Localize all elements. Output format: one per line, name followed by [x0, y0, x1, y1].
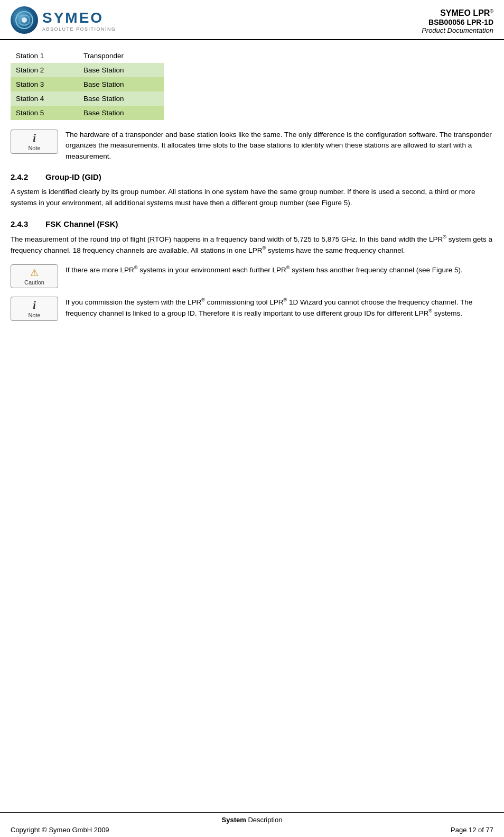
section-243-title: FSK Channel (FSK)	[45, 219, 118, 228]
note-label-1: Note	[28, 145, 40, 151]
station-type: Base Station	[78, 63, 164, 77]
station-name: Station 2	[11, 63, 78, 77]
section-243-number: 2.4.3	[11, 219, 37, 228]
station-name: Station 4	[11, 91, 78, 106]
note-icon-container-2: i Note	[11, 297, 58, 321]
note-box-1: i Note The hardware of a transponder and…	[11, 130, 493, 162]
section-243-heading: 2.4.3 FSK Channel (FSK)	[11, 219, 493, 228]
note-icon-container-1: i Note	[11, 130, 58, 154]
caution-icon: ⚠ Caution	[11, 264, 58, 288]
section-242-body: A system is identified clearly by its gr…	[11, 187, 493, 209]
caution-icon-container: ⚠ Caution	[11, 264, 58, 288]
footer-normal: Description	[246, 816, 283, 824]
note-symbol-2: i	[33, 299, 36, 311]
logo-circle-icon	[11, 6, 38, 34]
note-text-2: If you commission the system with the LP…	[66, 297, 493, 319]
station-type: Transponder	[78, 49, 164, 63]
caution-text-1: If there are more LPR® systems in your e…	[66, 264, 493, 275]
note-text-1: The hardware of a transponder and base s…	[66, 130, 493, 162]
station-name: Station 5	[11, 106, 78, 120]
logo-text: SYMEO	[42, 10, 116, 26]
content-area: Station 1 Transponder Station 2 Base Sta…	[0, 40, 504, 372]
footer-center: System Description	[11, 816, 493, 824]
caution-symbol-icon: ⚠	[30, 267, 39, 279]
table-row: Station 4 Base Station	[11, 91, 164, 106]
section-242-title: Group-ID (GID)	[45, 172, 101, 181]
note-icon-1: i Note	[11, 130, 58, 154]
note-box-2: i Note If you commission the system with…	[11, 297, 493, 321]
note-label-2: Note	[28, 312, 40, 318]
station-type: Base Station	[78, 91, 164, 106]
caution-label: Caution	[24, 279, 44, 286]
header-title-sub: BSB00056 LPR-1D	[422, 18, 493, 26]
footer: System Description Copyright © Symeo Gmb…	[0, 812, 504, 837]
footer-page: Page 12 of 77	[451, 826, 493, 834]
caution-box-1: ⚠ Caution If there are more LPR® systems…	[11, 264, 493, 288]
logo-image: SYMEO ABSOLUTE POSITIONING	[11, 6, 116, 35]
logo-area: SYMEO ABSOLUTE POSITIONING	[11, 6, 116, 35]
footer-bottom: Copyright © Symeo GmbH 2009 Page 12 of 7…	[11, 826, 493, 834]
table-row: Station 3 Base Station	[11, 77, 164, 91]
footer-copyright: Copyright © Symeo GmbH 2009	[11, 826, 109, 834]
header-title-text: SYMEO LPR	[440, 8, 490, 17]
header-title-desc: Product Documentation	[422, 26, 493, 34]
svg-point-2	[22, 17, 27, 23]
section-242-number: 2.4.2	[11, 172, 37, 181]
header: SYMEO ABSOLUTE POSITIONING SYMEO LPR® BS…	[0, 0, 504, 40]
page-wrapper: SYMEO ABSOLUTE POSITIONING SYMEO LPR® BS…	[0, 0, 504, 837]
footer-bold: System	[222, 816, 246, 824]
table-row: Station 2 Base Station	[11, 63, 164, 77]
table-row: Station 1 Transponder	[11, 49, 164, 63]
station-type: Base Station	[78, 106, 164, 120]
section-243-body: The measurement of the round trip of fli…	[11, 234, 493, 256]
header-reg: ®	[490, 8, 493, 14]
station-name: Station 1	[11, 49, 78, 63]
header-right: SYMEO LPR® BSB00056 LPR-1D Product Docum…	[422, 6, 493, 34]
station-type: Base Station	[78, 77, 164, 91]
station-table: Station 1 Transponder Station 2 Base Sta…	[11, 49, 164, 120]
table-row: Station 5 Base Station	[11, 106, 164, 120]
note-symbol-1: i	[33, 132, 36, 144]
logo-tagline: ABSOLUTE POSITIONING	[42, 26, 116, 32]
section-242-heading: 2.4.2 Group-ID (GID)	[11, 172, 493, 181]
note-icon-2: i Note	[11, 297, 58, 321]
station-name: Station 3	[11, 77, 78, 91]
header-title-main: SYMEO LPR®	[422, 8, 493, 18]
